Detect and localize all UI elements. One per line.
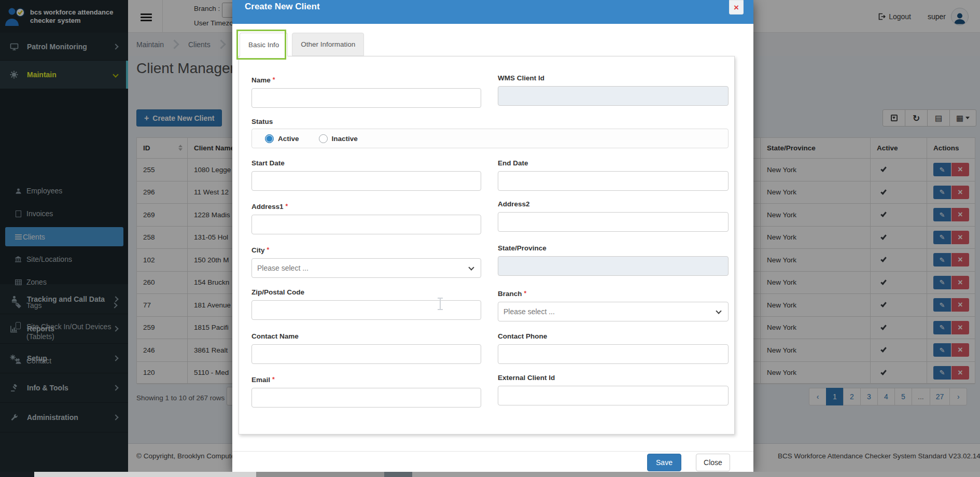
start-date-input[interactable] [251, 171, 481, 191]
text-cursor [440, 298, 441, 310]
status-active-label: Active [278, 135, 299, 143]
state-province-label: State/Province [498, 244, 729, 252]
status-inactive-radio[interactable] [319, 134, 328, 143]
close-icon: × [734, 3, 739, 12]
app-window: bcs workforce attendance checker system … [0, 0, 980, 477]
end-date-label: End Date [498, 159, 729, 167]
external-client-id-input[interactable] [498, 386, 729, 405]
address2-label: Address2 [498, 200, 729, 208]
contact-name-input[interactable] [251, 344, 481, 364]
chevron-down-icon [716, 308, 721, 314]
chevron-down-icon [468, 264, 474, 270]
branch-select[interactable]: Please select ... [498, 302, 729, 321]
modal-close-button[interactable]: × [729, 0, 744, 15]
contact-name-label: Contact Name [251, 332, 481, 341]
modal-footer: Save Close [232, 451, 753, 472]
zip-input[interactable] [251, 300, 481, 320]
green-annotation-box [236, 30, 286, 60]
wms-client-id-label: WMS Client Id [498, 74, 729, 82]
branch-label: Branch [498, 289, 729, 298]
status-active-radio[interactable] [265, 134, 274, 143]
close-button[interactable]: Close [696, 454, 730, 471]
name-label: Name [251, 76, 481, 85]
wms-client-id-input [498, 86, 729, 106]
name-input[interactable] [251, 88, 481, 108]
status-inactive-label: Inactive [332, 135, 358, 143]
status-label: Status [251, 117, 273, 126]
email-input[interactable] [251, 388, 481, 408]
address1-label: Address1 [251, 202, 481, 211]
email-label: Email [251, 375, 481, 384]
city-label: City [251, 246, 481, 255]
save-button[interactable]: Save [647, 454, 681, 471]
end-date-input[interactable] [498, 171, 729, 191]
state-province-input [498, 256, 729, 276]
contact-phone-label: Contact Phone [498, 332, 729, 341]
modal-header: Create New Client [232, 0, 753, 24]
external-client-id-label: External Client Id [498, 373, 729, 382]
status-radio-group: Active Inactive [251, 129, 729, 148]
tab-other-information[interactable]: Other Information [292, 33, 364, 56]
address1-input[interactable] [251, 215, 481, 234]
create-client-modal: Create New Client × Basic Info Other Inf… [232, 0, 753, 472]
city-select[interactable]: Please select ... [251, 258, 481, 278]
zip-label: Zip/Postal Code [251, 288, 481, 297]
horizontal-scrollbar[interactable] [0, 472, 980, 477]
contact-phone-input[interactable] [498, 344, 729, 364]
modal-title: Create New Client [245, 2, 320, 12]
start-date-label: Start Date [251, 159, 481, 167]
address2-input[interactable] [498, 212, 729, 232]
